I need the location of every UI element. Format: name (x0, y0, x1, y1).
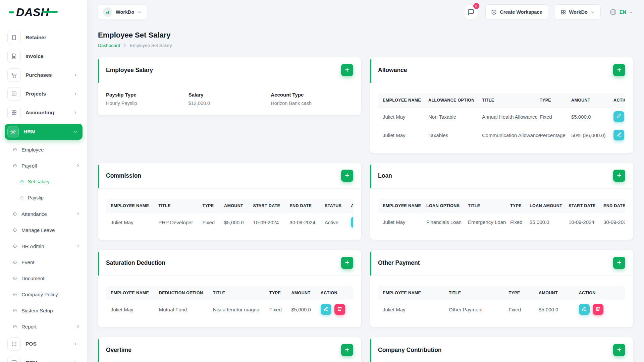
column-header: TYPE (504, 286, 534, 300)
add-commission-button[interactable]: + (341, 170, 353, 182)
plus-icon: + (617, 66, 621, 74)
column-header: AMOUNT (219, 199, 248, 213)
sidebar-item-event[interactable]: Event (5, 254, 83, 270)
chat-icon (468, 9, 474, 15)
card-allowance: Allowance + EMPLOYEE NAMEALLOWANCE OPTIO… (370, 57, 633, 153)
table-cell: Juliet May (378, 300, 444, 319)
table-cell: Juliet May (106, 300, 154, 319)
card-title: Allowance (378, 67, 407, 74)
table-cell: 10-09-2024 (249, 213, 285, 232)
sidebar-item-label: Manage Leave (21, 227, 55, 233)
add-overtime-button[interactable]: + (341, 344, 353, 356)
sidebar-item-accounting[interactable]: Accounting (5, 103, 83, 122)
table-cell-actions (346, 213, 353, 232)
sidebar-item-attendance[interactable]: Attendance (5, 206, 83, 222)
bullet-icon (13, 276, 17, 281)
plus-icon: + (345, 172, 349, 179)
sidebar-item-employee[interactable]: Employee (5, 141, 83, 158)
breadcrumb: Dashboard Employee Set Salary (98, 43, 633, 48)
pencil-icon (616, 114, 622, 120)
topbar: WorkDo 0 Create Workspace WorkDo (87, 0, 644, 24)
sidebar-item-system-setup[interactable]: System Setup (5, 302, 83, 318)
sidebar-item-purchases[interactable]: Purchases (5, 66, 83, 84)
pencil-icon (616, 132, 622, 138)
sidebar-item-document[interactable]: Document (5, 270, 83, 286)
add-allowance-button[interactable]: + (613, 64, 625, 76)
edit-button[interactable] (321, 304, 331, 315)
salary-field: Salary $12,000.0 (189, 92, 271, 106)
sidebar-item-payslip[interactable]: Payslip (5, 190, 83, 206)
field-value: Hourly Payslip (106, 101, 189, 106)
breadcrumb-current: Employee Set Salary (130, 43, 172, 48)
employee-salary-details: Payslip Type Hourly Payslip Salary $12,0… (98, 83, 361, 115)
chevron-down-icon (629, 10, 633, 14)
bullet-icon (13, 164, 17, 168)
bullet-icon (20, 180, 24, 184)
loan-table: EMPLOYEE NAMELOAN OPTIONSTITLETYPELOAN A… (378, 199, 625, 231)
add-loan-button[interactable]: + (613, 170, 625, 182)
table-cell: Mutual Fund (154, 300, 208, 319)
card-header: Other Payment + (370, 250, 633, 276)
topbar-actions: 0 Create Workspace WorkDo (463, 4, 635, 20)
sidebar-item-hrm[interactable]: HRM (5, 124, 83, 140)
edit-button[interactable] (613, 111, 624, 122)
breadcrumb-link-dashboard[interactable]: Dashboard (98, 43, 120, 48)
workdo-menu-button[interactable]: WorkDo (555, 4, 601, 20)
logo-accent-left (9, 11, 14, 13)
invoice-icon (7, 50, 21, 63)
edit-button[interactable] (351, 217, 353, 228)
table-row: Juliet MayNon TaxableAnnual Health Allow… (378, 108, 625, 126)
add-saturation-deduction-button[interactable]: + (341, 257, 353, 269)
brand-logo[interactable]: DASH (0, 0, 87, 24)
table-cell: $5,000.0 (534, 300, 574, 319)
sidebar-item-projects[interactable]: Projects (5, 84, 83, 103)
sidebar-item-label: Employee (21, 147, 44, 153)
sidebar-item-set-salary[interactable]: Set salary (5, 174, 83, 190)
add-company-contribution-button[interactable]: + (613, 344, 625, 356)
plus-icon: + (345, 66, 349, 74)
create-workspace-button[interactable]: Create Workspace (485, 4, 548, 20)
delete-button[interactable] (593, 304, 603, 315)
add-employee-salary-button[interactable]: + (341, 64, 353, 76)
card-title: Saturation Deduction (106, 259, 165, 266)
column-header: ACTION (574, 286, 625, 300)
column-header: ACTION (609, 93, 625, 108)
sidebar-item-invoice[interactable]: Invoice (5, 47, 83, 66)
sidebar-item-company-policy[interactable]: Company Policy (5, 286, 83, 302)
card-header: Loan + (370, 163, 633, 189)
column-header: AMOUNT (534, 286, 574, 300)
edit-button[interactable] (613, 130, 624, 140)
data-table: EMPLOYEE NAMEALLOWANCE OPTIONTITLETYPEAM… (378, 93, 625, 144)
sidebar-item-label: Invoice (25, 53, 43, 59)
logo-accent-right (42, 11, 58, 13)
table-cell: Other Payment (444, 300, 504, 319)
accounting-icon (7, 106, 21, 119)
sidebar-item-crm[interactable]: CRM (5, 353, 83, 362)
card-company-contribution: Company Contribution + (370, 337, 633, 362)
card-title: Other Payment (378, 259, 420, 266)
bullet-icon (13, 324, 17, 329)
create-workspace-label: Create Workspace (500, 9, 542, 15)
sidebar-item-report[interactable]: Report (5, 318, 83, 335)
sidebar-item-retainer[interactable]: Retainer (5, 28, 83, 47)
page-content: Employee Set Salary Dashboard Employee S… (87, 24, 644, 362)
delete-button[interactable] (334, 304, 345, 315)
edit-button[interactable] (579, 304, 590, 315)
sidebar-item-payroll[interactable]: Payroll (5, 158, 83, 174)
cards-grid: Employee Salary + Payslip Type Hourly Pa… (98, 57, 633, 362)
add-other-payment-button[interactable]: + (613, 257, 625, 269)
language-selector[interactable]: EN (607, 8, 635, 16)
table-cell: $5,000.0 (525, 213, 564, 231)
sidebar-item-manage-leave[interactable]: Manage Leave (5, 222, 83, 238)
bullet-icon (13, 292, 17, 297)
data-table: EMPLOYEE NAMEDEDUCTION OPTIONTITLETYPEAM… (106, 286, 353, 318)
sidebar-item-pos[interactable]: POS (5, 335, 83, 353)
workspace-selector[interactable]: WorkDo (98, 4, 147, 20)
sidebar-item-hr-admin[interactable]: HR Admin (5, 238, 83, 254)
column-header: EMPLOYEE NAME (378, 93, 424, 108)
table-row: Juliet MayMutual FundNisi a tenetur magn… (106, 300, 353, 319)
table-cell: $5,000.0 (219, 213, 248, 232)
bullet-icon (13, 228, 17, 232)
table-row: Juliet MayOther PaymentFixed$5,000.0 (378, 300, 625, 319)
messages-button[interactable]: 0 (463, 4, 479, 20)
